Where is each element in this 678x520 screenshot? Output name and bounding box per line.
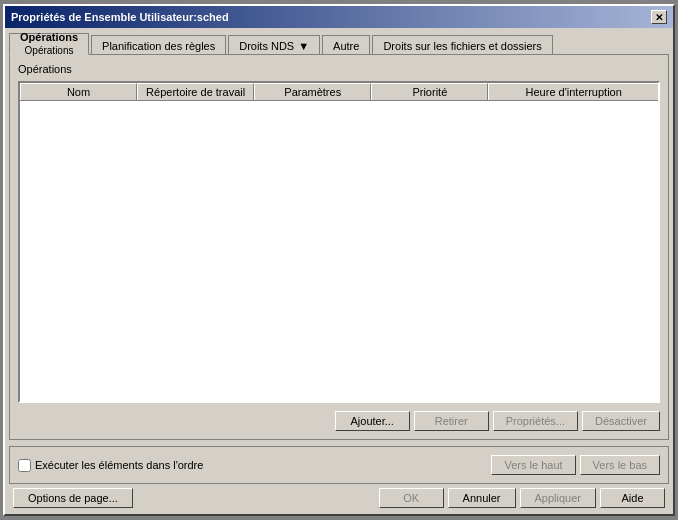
col-priorite: Priorité: [371, 83, 488, 100]
desactiver-button[interactable]: Désactiver: [582, 411, 660, 431]
nav-buttons: Vers le haut Vers le bas: [491, 455, 660, 475]
col-repertoire: Répertoire de travail: [137, 83, 254, 100]
tab-operations[interactable]: Opérations Opérations: [9, 33, 89, 55]
tab-content: Opérations Nom Répertoire de travail Par…: [9, 54, 669, 440]
bottom-section: Exécuter les éléments dans l'ordre Vers …: [9, 446, 669, 484]
vers-bas-button[interactable]: Vers le bas: [580, 455, 660, 475]
retirer-button[interactable]: Retirer: [414, 411, 489, 431]
operations-table: Nom Répertoire de travail Paramètres Pri…: [18, 81, 660, 403]
tab-droits-nds[interactable]: Droits NDS ▼: [228, 35, 320, 55]
col-nom: Nom: [20, 83, 137, 100]
vers-haut-button[interactable]: Vers le haut: [491, 455, 575, 475]
main-window: Propriétés de Ensemble Utilisateur:sched…: [3, 4, 675, 516]
tab-planification[interactable]: Planification des règles: [91, 35, 226, 55]
window-title: Propriétés de Ensemble Utilisateur:sched: [11, 11, 229, 23]
footer: Options de page... OK Annuler Appliquer …: [9, 484, 669, 510]
appliquer-button[interactable]: Appliquer: [520, 488, 596, 508]
action-buttons: Ajouter... Retirer Propriétés... Désacti…: [18, 411, 660, 431]
tabs-bar: Opérations Opérations Planification des …: [9, 32, 669, 54]
col-heure: Heure d'interruption: [488, 83, 658, 100]
tab-droits-fichiers[interactable]: Droits sur les fichiers et dossiers: [372, 35, 552, 55]
tab-autre[interactable]: Autre: [322, 35, 370, 55]
window-body: Opérations Opérations Planification des …: [5, 28, 673, 514]
checkbox-row: Exécuter les éléments dans l'ordre: [18, 459, 203, 472]
dropdown-arrow-icon: ▼: [298, 40, 309, 52]
title-bar: Propriétés de Ensemble Utilisateur:sched…: [5, 6, 673, 28]
ajouter-button[interactable]: Ajouter...: [335, 411, 410, 431]
footer-right: OK Annuler Appliquer Aide: [379, 488, 665, 508]
options-button[interactable]: Options de page...: [13, 488, 133, 508]
aide-button[interactable]: Aide: [600, 488, 665, 508]
proprietes-button[interactable]: Propriétés...: [493, 411, 578, 431]
execute-order-label: Exécuter les éléments dans l'ordre: [35, 459, 203, 471]
col-parametres: Paramètres: [254, 83, 371, 100]
section-label: Opérations: [18, 63, 660, 75]
close-button[interactable]: ✕: [651, 10, 667, 24]
tab-operations-sub: Opérations: [25, 45, 74, 57]
annuler-button[interactable]: Annuler: [448, 488, 516, 508]
ok-button[interactable]: OK: [379, 488, 444, 508]
table-header: Nom Répertoire de travail Paramètres Pri…: [20, 83, 658, 101]
table-body: [20, 101, 658, 401]
execute-order-checkbox[interactable]: [18, 459, 31, 472]
